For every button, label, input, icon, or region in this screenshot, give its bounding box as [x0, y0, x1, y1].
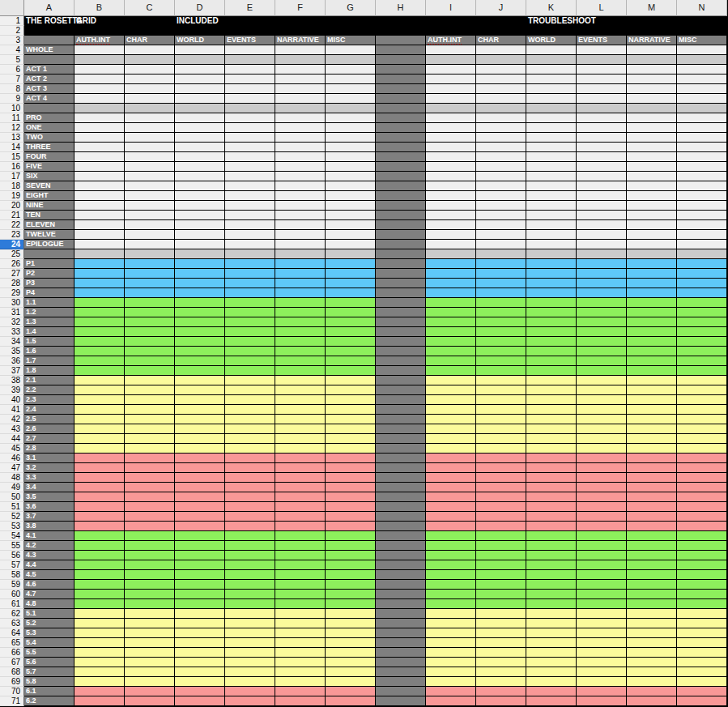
cell-m49[interactable]	[627, 483, 677, 492]
cell-f71[interactable]	[275, 696, 326, 706]
cell-f50[interactable]	[275, 492, 326, 502]
row-header-44[interactable]: 44	[0, 434, 24, 444]
cell-j63[interactable]	[476, 619, 526, 628]
cell-h16[interactable]	[376, 162, 426, 172]
cell-d8[interactable]	[175, 84, 225, 94]
cell-e17[interactable]	[225, 172, 275, 181]
cell-n70[interactable]	[677, 687, 727, 696]
cell-h44[interactable]	[376, 434, 426, 444]
cell-g19[interactable]	[326, 191, 376, 201]
cell-f26[interactable]	[275, 259, 326, 269]
cell-m2[interactable]	[627, 26, 677, 36]
cell-j62[interactable]	[476, 609, 526, 619]
cell-m65[interactable]	[627, 638, 677, 648]
cell-h1[interactable]	[376, 16, 426, 26]
row-header-55[interactable]: 55	[0, 541, 24, 551]
cell-a29[interactable]: P4	[24, 288, 75, 298]
cell-f10[interactable]	[275, 104, 326, 113]
cell-c70[interactable]	[125, 687, 175, 696]
cell-e32[interactable]	[225, 317, 275, 327]
cell-g5[interactable]	[326, 55, 376, 65]
cell-m27[interactable]	[627, 269, 677, 279]
cell-d35[interactable]	[175, 347, 225, 356]
cell-l42[interactable]	[577, 415, 627, 424]
cell-b26[interactable]	[75, 259, 125, 269]
cell-f21[interactable]	[275, 211, 326, 220]
cell-e34[interactable]	[225, 337, 275, 347]
cell-g61[interactable]	[326, 599, 376, 609]
cell-e41[interactable]	[225, 405, 275, 415]
cell-l11[interactable]	[577, 113, 627, 123]
cell-f42[interactable]	[275, 415, 326, 424]
cell-m25[interactable]	[627, 249, 677, 259]
cell-i10[interactable]	[426, 104, 476, 113]
cell-c31[interactable]	[125, 308, 175, 317]
cell-e7[interactable]	[225, 75, 275, 84]
cell-n5[interactable]	[677, 55, 727, 65]
row-header-68[interactable]: 68	[0, 667, 24, 677]
cell-a63[interactable]: 5.2	[24, 619, 75, 628]
cell-d16[interactable]	[175, 162, 225, 172]
cell-h45[interactable]	[376, 444, 426, 454]
cell-c58[interactable]	[125, 570, 175, 580]
row-header-42[interactable]: 42	[0, 415, 24, 424]
cell-f67[interactable]	[275, 658, 326, 667]
cell-j66[interactable]	[476, 648, 526, 658]
cell-g24[interactable]	[326, 240, 376, 249]
cell-g58[interactable]	[326, 570, 376, 580]
cell-a68[interactable]: 5.7	[24, 667, 75, 677]
cell-i11[interactable]	[426, 113, 476, 123]
cell-b45[interactable]	[75, 444, 125, 454]
cell-h7[interactable]	[376, 75, 426, 84]
cell-b54[interactable]	[75, 531, 125, 541]
cell-m42[interactable]	[627, 415, 677, 424]
cell-m66[interactable]	[627, 648, 677, 658]
cell-e63[interactable]	[225, 619, 275, 628]
cell-n16[interactable]	[677, 162, 727, 172]
cell-j11[interactable]	[476, 113, 526, 123]
cell-e58[interactable]	[225, 570, 275, 580]
cell-c28[interactable]	[125, 279, 175, 288]
cell-k19[interactable]	[526, 191, 577, 201]
cell-k20[interactable]	[526, 201, 577, 211]
cell-j19[interactable]	[476, 191, 526, 201]
cell-d19[interactable]	[175, 191, 225, 201]
cell-f65[interactable]	[275, 638, 326, 648]
cell-i16[interactable]	[426, 162, 476, 172]
cell-c27[interactable]	[125, 269, 175, 279]
cell-c14[interactable]	[125, 143, 175, 152]
cell-f33[interactable]	[275, 327, 326, 337]
cell-a59[interactable]: 4.6	[24, 580, 75, 590]
cell-i36[interactable]	[426, 356, 476, 366]
cell-i19[interactable]	[426, 191, 476, 201]
cell-a53[interactable]: 3.8	[24, 522, 75, 531]
cell-k66[interactable]	[526, 648, 577, 658]
cell-k12[interactable]	[526, 123, 577, 133]
cell-k32[interactable]	[526, 317, 577, 327]
cell-g6[interactable]	[326, 65, 376, 75]
cell-k52[interactable]	[526, 512, 577, 522]
cell-j45[interactable]	[476, 444, 526, 454]
cell-i39[interactable]	[426, 385, 476, 395]
cell-i38[interactable]	[426, 376, 476, 385]
cell-l44[interactable]	[577, 434, 627, 444]
cell-n57[interactable]	[677, 560, 727, 570]
cell-a60[interactable]: 4.7	[24, 590, 75, 599]
cell-f46[interactable]	[275, 454, 326, 463]
row-header-59[interactable]: 59	[0, 580, 24, 590]
cell-k6[interactable]	[526, 65, 577, 75]
cell-i34[interactable]	[426, 337, 476, 347]
row-header-6[interactable]: 6	[0, 65, 24, 75]
cell-a14[interactable]: THREE	[24, 143, 75, 152]
cell-i22[interactable]	[426, 220, 476, 230]
cell-j23[interactable]	[476, 230, 526, 240]
cell-l19[interactable]	[577, 191, 627, 201]
cell-i33[interactable]	[426, 327, 476, 337]
row-header-11[interactable]: 11	[0, 113, 24, 123]
cell-f38[interactable]	[275, 376, 326, 385]
cell-n31[interactable]	[677, 308, 727, 317]
cell-l54[interactable]	[577, 531, 627, 541]
row-header-69[interactable]: 69	[0, 677, 24, 687]
row-header-12[interactable]: 12	[0, 123, 24, 133]
row-header-9[interactable]: 9	[0, 94, 24, 104]
